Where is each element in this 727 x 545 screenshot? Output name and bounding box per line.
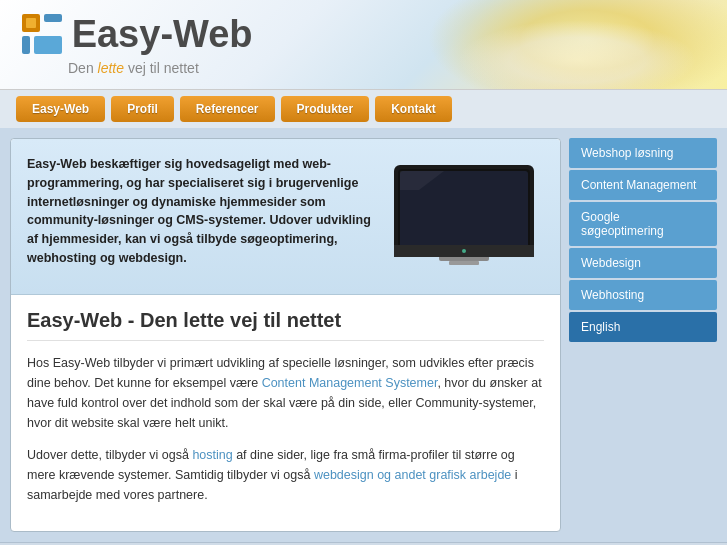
- tagline-mid: vej: [124, 60, 150, 76]
- sidebar-item-seo[interactable]: Google søgeoptimering: [569, 202, 717, 246]
- hosting-link[interactable]: hosting: [192, 448, 232, 462]
- tagline-lette: lette: [98, 60, 124, 76]
- sidebar: Webshop løsning Content Management Googl…: [569, 138, 717, 532]
- svg-rect-2: [44, 14, 62, 22]
- nav-profil[interactable]: Profil: [111, 96, 174, 122]
- header-bg-decor2: [457, 20, 697, 90]
- tagline: Den lette vej til nettet: [68, 60, 199, 76]
- content-area: Easy-Web beskæftiger sig hovedsageligt m…: [10, 138, 561, 532]
- intro-text: Easy-Web beskæftiger sig hovedsageligt m…: [27, 155, 372, 268]
- nav-referencer[interactable]: Referencer: [180, 96, 275, 122]
- sidebar-item-english[interactable]: English: [569, 312, 717, 342]
- logo-icon: [20, 12, 64, 56]
- svg-rect-3: [22, 36, 30, 54]
- intro-box: Easy-Web beskæftiger sig hovedsageligt m…: [11, 139, 560, 295]
- tagline-post: nettet: [160, 60, 199, 76]
- header: Easy-Web Den lette vej til nettet: [0, 0, 727, 90]
- logo-web: Web: [173, 13, 253, 55]
- tagline-pre: Den: [68, 60, 98, 76]
- svg-point-12: [462, 249, 466, 253]
- main-text-area: Easy-Web - Den lette vej til nettet Hos …: [11, 295, 560, 531]
- webdesign-link[interactable]: webdesign og andet grafisk arbejde: [314, 468, 511, 482]
- svg-rect-1: [26, 18, 36, 28]
- para2-pre: Udover dette, tilbyder vi også: [27, 448, 192, 462]
- nav-bar: Easy-Web Profil Referencer Produkter Kon…: [0, 90, 727, 128]
- logo-text: Easy-Web: [72, 13, 253, 56]
- main-para-2: Udover dette, tilbyder vi også hosting a…: [27, 445, 544, 505]
- nav-kontakt[interactable]: Kontakt: [375, 96, 452, 122]
- nav-produkter[interactable]: Produkter: [281, 96, 370, 122]
- nav-easy-web[interactable]: Easy-Web: [16, 96, 105, 122]
- logo-area: Easy-Web: [20, 12, 253, 56]
- main-wrapper: Easy-Web beskæftiger sig hovedsageligt m…: [0, 128, 727, 542]
- sidebar-item-webhosting[interactable]: Webhosting: [569, 280, 717, 310]
- tagline-til: til: [150, 60, 160, 76]
- logo-dash: -: [160, 13, 173, 55]
- sidebar-item-content-management[interactable]: Content Management: [569, 170, 717, 200]
- sidebar-item-webshop[interactable]: Webshop løsning: [569, 138, 717, 168]
- sidebar-item-webdesign[interactable]: Webdesign: [569, 248, 717, 278]
- svg-rect-4: [34, 36, 62, 54]
- logo-easy: Easy: [72, 13, 161, 55]
- monitor-image: [384, 155, 544, 278]
- main-title: Easy-Web - Den lette vej til nettet: [27, 309, 544, 341]
- main-para-1: Hos Easy-Web tilbyder vi primært udvikli…: [27, 353, 544, 433]
- cms-link[interactable]: Content Management Systemer: [262, 376, 438, 390]
- svg-rect-6: [449, 261, 479, 265]
